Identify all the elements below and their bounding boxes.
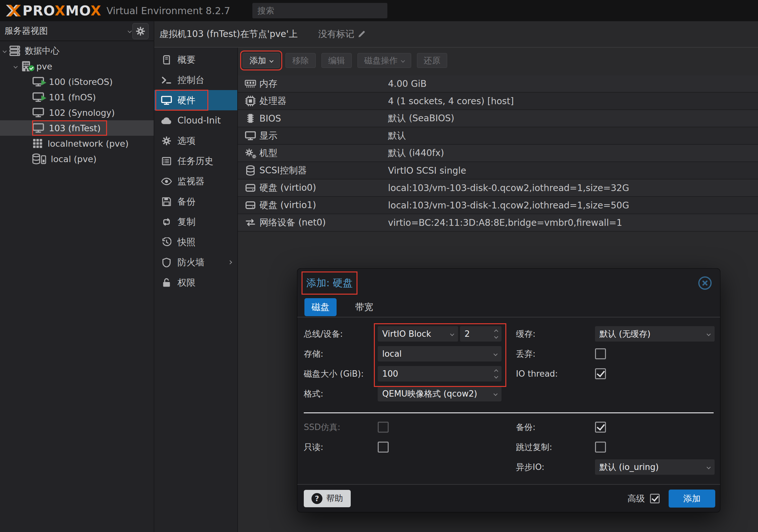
tree-item-local-storage[interactable]: local (pve): [0, 151, 154, 167]
tree-item-vm-101[interactable]: 101 (fnOS): [0, 89, 154, 105]
cache-select[interactable]: 默认 (无缓存): [595, 326, 715, 341]
help-button[interactable]: 帮助: [304, 490, 351, 507]
disk-size-spinner[interactable]: 100: [378, 366, 501, 381]
vm-running-icon: [32, 92, 44, 102]
retweet-icon: [161, 218, 172, 226]
spinner-down-icon[interactable]: [494, 335, 498, 339]
dialog-title: 添加: 硬盘: [306, 276, 353, 290]
sidebar: 服务器视图 数据中心 pve 100 (iStoreOS) 101 (fnOS): [0, 21, 154, 532]
vm-stopped-icon: [32, 107, 44, 118]
spinner-up-icon[interactable]: [494, 369, 498, 373]
shield-icon: [161, 258, 172, 267]
vm-menu: 概要 控制台 硬件 Cloud-Init 选项 任务历史 监视器 备份 复制 快…: [154, 48, 238, 532]
no-tags-label: 没有标记: [318, 28, 354, 40]
storage-select[interactable]: local: [378, 346, 501, 362]
pencil-icon[interactable]: [358, 30, 366, 38]
hw-row-memory[interactable]: 内存 4.00 GiB: [238, 75, 758, 93]
floppy-icon: [161, 197, 172, 206]
remove-button[interactable]: 移除: [286, 53, 316, 68]
tree-item-node-pve[interactable]: pve: [0, 58, 154, 74]
field-row-disk-size: 磁盘大小 (GiB): 100: [304, 364, 505, 384]
chevron-down-icon: [494, 392, 498, 396]
view-mode-select[interactable]: 服务器视图: [0, 21, 154, 41]
chevron-down-icon: [450, 332, 454, 336]
hw-row-scsi-controller[interactable]: SCSI控制器 VirtIO SCSI single: [238, 162, 758, 179]
spinner-up-icon[interactable]: [494, 329, 498, 334]
menu-item-options[interactable]: 选项: [154, 130, 237, 151]
field-row-skip-replication: 跳过复制:: [516, 437, 715, 457]
terminal-icon: [161, 76, 172, 84]
device-number-spinner[interactable]: 2: [460, 326, 501, 341]
menu-item-hardware[interactable]: 硬件: [154, 90, 237, 110]
menu-item-permissions[interactable]: 权限: [154, 272, 237, 293]
tree-item-datacenter[interactable]: 数据中心: [0, 43, 154, 58]
dialog-body: 总线/设备: VirtIO Block 2 存储:: [297, 318, 720, 484]
question-icon: [312, 493, 323, 504]
storage-icon: [32, 153, 46, 165]
database-icon: [243, 165, 258, 176]
disk-action-button[interactable]: 磁盘操作: [358, 53, 411, 68]
format-select[interactable]: QEMU映像格式 (qcow2): [378, 386, 501, 402]
menu-item-replication[interactable]: 复制: [154, 212, 237, 232]
skip-replication-checkbox[interactable]: [595, 442, 606, 452]
gear-icon: [161, 136, 172, 146]
edit-button[interactable]: 编辑: [322, 53, 352, 68]
hw-row-processors[interactable]: 处理器 4 (1 sockets, 4 cores) [host]: [238, 93, 758, 110]
menu-item-monitor[interactable]: 监视器: [154, 171, 237, 192]
memory-icon: [243, 79, 258, 88]
chevron-down-icon: [706, 332, 711, 336]
hw-row-network-net0[interactable]: 网络设备 (net0) virtio=BC:24:11:3D:A8:8E,bri…: [238, 214, 758, 231]
backup-checkbox[interactable]: [595, 422, 606, 433]
cloud-icon: [161, 117, 172, 125]
menu-item-task-history[interactable]: 任务历史: [154, 151, 237, 171]
menu-item-snapshots[interactable]: 快照: [154, 232, 237, 252]
dialog-tabs: 磁盘 带宽: [297, 298, 720, 317]
ssd-emulation-checkbox: [378, 422, 389, 433]
bus-select[interactable]: VirtIO Block: [378, 326, 458, 341]
tree-item-vm-103[interactable]: 103 (fnTest): [0, 120, 154, 136]
sidebar-header: 服务器视图: [0, 21, 154, 41]
hw-row-display[interactable]: 显示 默认: [238, 127, 758, 145]
tree-item-localnetwork[interactable]: localnetwork (pve): [0, 136, 154, 151]
tree-item-vm-100[interactable]: 100 (iStoreOS): [0, 74, 154, 89]
vm-title: 虚拟机103 (fnTest)在节点'pve'上: [159, 28, 298, 40]
tab-disk[interactable]: 磁盘: [304, 298, 336, 316]
chevron-down-icon: [706, 465, 711, 469]
hardware-table: 内存 4.00 GiB 处理器 4 (1 sockets, 4 cores) […: [238, 75, 758, 231]
menu-item-cloudinit[interactable]: Cloud-Init: [154, 110, 237, 130]
tab-bandwidth[interactable]: 带宽: [348, 298, 380, 316]
caret-down-icon[interactable]: [14, 64, 18, 68]
menu-item-backup[interactable]: 备份: [154, 192, 237, 212]
hdd-icon: [243, 200, 258, 210]
menu-item-summary[interactable]: 概要: [154, 50, 237, 70]
proxmox-x-icon: [5, 2, 22, 19]
hdd-icon: [243, 183, 258, 193]
revert-button[interactable]: 还原: [417, 53, 447, 68]
menu-item-console[interactable]: 控制台: [154, 70, 237, 90]
iothread-checkbox[interactable]: [595, 368, 606, 379]
hw-row-bios[interactable]: BIOS 默认 (SeaBIOS): [238, 110, 758, 127]
tree-item-vm-102[interactable]: 102 (Synology): [0, 105, 154, 120]
spinner-down-icon[interactable]: [494, 374, 498, 378]
caret-down-icon[interactable]: [3, 49, 7, 53]
advanced-checkbox[interactable]: [650, 494, 660, 503]
dialog-header[interactable]: 添加: 硬盘: [297, 268, 720, 298]
menu-item-firewall[interactable]: 防火墙: [154, 252, 237, 272]
close-icon[interactable]: [698, 276, 712, 291]
hw-row-harddisk-virtio1[interactable]: 硬盘 (virtio1) local:103/vm-103-disk-1.qco…: [238, 197, 758, 214]
datacenter-icon: [9, 45, 20, 56]
hw-row-harddisk-virtio0[interactable]: 硬盘 (virtio0) local:103/vm-103-disk-0.qco…: [238, 179, 758, 197]
search-input[interactable]: [252, 3, 387, 18]
display-icon: [243, 131, 258, 141]
discard-checkbox[interactable]: [595, 348, 606, 359]
add-button[interactable]: 添加: [243, 53, 280, 68]
tags-area[interactable]: 没有标记: [318, 28, 366, 40]
gear-icon: [136, 26, 145, 36]
hw-row-machine[interactable]: 机型 默认 (i440fx): [238, 145, 758, 162]
readonly-checkbox[interactable]: [378, 442, 389, 452]
dialog-add-button[interactable]: 添加: [669, 489, 715, 508]
async-io-select[interactable]: 默认 (io_uring): [595, 459, 715, 475]
field-row-backup: 备份:: [516, 417, 715, 437]
sidebar-gear-button[interactable]: [132, 23, 149, 39]
vm-running-icon: [32, 77, 44, 87]
